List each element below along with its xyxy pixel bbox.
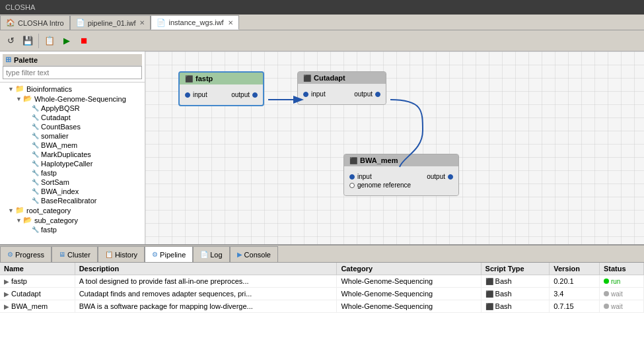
progress-label: Progress (15, 251, 44, 259)
tree-item-cutadapt[interactable]: 🔧 Cutadapt (0, 113, 145, 122)
tree-item-whole-genome-sequencing[interactable]: ▼📂 Whole-Genome-Sequencing (0, 94, 145, 104)
tree-label: Bioinformatics (26, 85, 72, 93)
palette-icon: ⊞ (5, 55, 11, 64)
cell-version: 3.4 (550, 288, 600, 300)
cell-description: A tool designed to provide fast all-in-o… (75, 275, 337, 288)
row-expand-arrow[interactable]: ▶ (4, 303, 9, 310)
cell-script-type: ⬛Bash (481, 288, 550, 300)
tree-arrow: ▼ (16, 217, 22, 224)
bwa-output-port[interactable]: output (427, 173, 453, 180)
main-toolbar: ↺ 💾 📋 ▶ ⏹ (0, 30, 644, 51)
tree-item-baserecalibrator[interactable]: 🔧 BaseRecalibrator (0, 196, 145, 205)
fastp-input-port[interactable]: input (185, 91, 207, 98)
row-expand-arrow[interactable]: ▶ (4, 278, 9, 285)
tree-label: fastp (41, 226, 57, 234)
tab-pipeline[interactable]: ⚙ Pipeline (145, 246, 193, 262)
tab-console[interactable]: ▶ Console (230, 246, 278, 262)
node-cutadapt[interactable]: ⬛ Cutadapt input output (297, 71, 386, 105)
tab-close-instance-wgs[interactable]: ✕ (228, 19, 233, 26)
fastp-output-dot (252, 92, 258, 98)
tree-item-bwa_index[interactable]: 🔧 BWA_index (0, 187, 145, 196)
fastp-output-port[interactable]: output (231, 91, 258, 98)
node-bwa-mem-label: BWA_mem (360, 156, 398, 164)
bwa-genome-port[interactable]: genome reference (349, 182, 411, 189)
tool-icon: 🔧 (32, 197, 39, 204)
cutadapt-output-label: output (354, 90, 373, 98)
tab-label-closha: CLOSHA Intro (18, 19, 64, 27)
tab-history[interactable]: 📋 History (98, 246, 145, 262)
cell-version: 0.20.1 (550, 275, 600, 288)
cutadapt-input-port[interactable]: input (303, 90, 326, 98)
tree-arrow: ▼ (16, 96, 22, 102)
tab-instance-wgs[interactable]: 📄 instance_wgs.iwf ✕ (151, 15, 238, 30)
tree-item-applybqsr[interactable]: 🔧 ApplyBQSR (0, 104, 145, 113)
toolbar-save-button[interactable]: 💾 (20, 33, 36, 49)
tree-item-bwa_mem[interactable]: 🔧 BWA_mem (0, 141, 145, 150)
tab-progress[interactable]: ⚙ Progress (0, 246, 52, 262)
fastp-input-label: input (193, 91, 207, 98)
bwa-input-port[interactable]: input (349, 173, 411, 180)
node-bwa-mem[interactable]: ⬛ BWA_mem input genome reference o (343, 154, 459, 196)
main-area: ⊞ Palette ▼📁 Bioinformatics▼📂 Whole-Geno… (0, 51, 644, 244)
tool-icon: 🔧 (32, 114, 39, 121)
col-version: Version (550, 263, 600, 275)
tree-item-markduplicates[interactable]: 🔧 MarkDuplicates (0, 150, 145, 159)
tab-log[interactable]: 📄 Log (193, 246, 229, 262)
tree-label: fastp (41, 169, 57, 177)
node-cutadapt-label: Cutadapt (314, 74, 345, 82)
sidebar-filter-input[interactable] (3, 66, 142, 79)
bottom-content: Name Description Category Script Type Ve… (0, 263, 644, 363)
table-row[interactable]: ▶ BWA_mem BWA is a software package for … (0, 300, 644, 313)
tree-area: ▼📁 Bioinformatics▼📂 Whole-Genome-Sequenc… (0, 82, 145, 244)
cell-name: ▶ Cutadapt (0, 288, 75, 300)
pipeline-label: Pipeline (160, 251, 186, 259)
tool-icon: 🔧 (32, 226, 39, 233)
cluster-icon: 🖥 (59, 251, 65, 258)
tree-item-bioinformatics[interactable]: ▼📁 Bioinformatics (0, 84, 145, 94)
cutadapt-input-dot (303, 92, 308, 97)
tab-pipeline-01[interactable]: 📄 pipeline_01.iwf ✕ (70, 15, 151, 30)
node-fastp[interactable]: ⬛ fastp input output (178, 71, 264, 106)
cell-category: Whole-Genome-Sequencing (337, 288, 481, 300)
tool-icon: 🔧 (32, 105, 39, 112)
tree-item-sub_category[interactable]: ▼📂 sub_category (0, 215, 145, 225)
log-label: Log (210, 251, 222, 259)
status-circle (604, 279, 609, 284)
console-icon: ▶ (237, 251, 242, 258)
col-name: Name (0, 263, 75, 275)
cutadapt-output-port[interactable]: output (354, 90, 380, 98)
workflow-canvas[interactable]: ⬛ fastp input output (145, 51, 644, 244)
tree-item-fastp[interactable]: 🔧 fastp (0, 168, 145, 178)
bwa-genome-label: genome reference (357, 182, 411, 189)
status-text: wait (611, 303, 623, 310)
col-script-type: Script Type (481, 263, 550, 275)
toolbar-stop-button[interactable]: ⏹ (76, 33, 92, 49)
cell-version: 0.7.15 (550, 300, 600, 313)
tree-item-countbases[interactable]: 🔧 CountBases (0, 122, 145, 131)
bottom-tab-bar: ⚙ Progress 🖥 Cluster 📋 History ⚙ Pipelin… (0, 246, 644, 263)
tree-item-somalier[interactable]: 🔧 somalier (0, 131, 145, 141)
bash-icon: ⬛ (485, 278, 493, 285)
cell-description: Cutadapt finds and removes adapter seque… (75, 288, 337, 300)
tab-cluster[interactable]: 🖥 Cluster (52, 246, 98, 262)
tree-label: somalier (41, 132, 69, 140)
results-table: Name Description Category Script Type Ve… (0, 263, 644, 313)
toolbar-refresh-button[interactable]: ↺ (3, 33, 18, 49)
table-row[interactable]: ▶ Cutadapt Cutadapt finds and removes ad… (0, 288, 644, 300)
sidebar: ⊞ Palette ▼📁 Bioinformatics▼📂 Whole-Geno… (0, 51, 145, 244)
toolbar-run-button[interactable]: ▶ (59, 33, 75, 49)
cluster-label: Cluster (67, 251, 90, 259)
toolbar-copy-button[interactable]: 📋 (42, 33, 57, 49)
tab-closha-intro[interactable]: 🏠 CLOSHA Intro (0, 15, 70, 30)
tree-item-fastp[interactable]: 🔧 fastp (0, 225, 145, 234)
tab-icon-pipeline01: 📄 (76, 18, 85, 27)
tree-item-haplotypecaller[interactable]: 🔧 HaplotypeCaller (0, 159, 145, 168)
tab-close-pipeline01[interactable]: ✕ (139, 19, 145, 26)
tree-item-root_category[interactable]: ▼📁 root_category (0, 205, 145, 215)
status-text: wait (611, 290, 623, 298)
node-fastp-icon: ⬛ (185, 75, 193, 82)
table-row[interactable]: ▶ fastp A tool designed to provide fast … (0, 275, 644, 288)
tool-icon: 🔧 (32, 170, 39, 176)
tree-item-sortsam[interactable]: 🔧 SortSam (0, 178, 145, 187)
row-expand-arrow[interactable]: ▶ (4, 290, 9, 298)
